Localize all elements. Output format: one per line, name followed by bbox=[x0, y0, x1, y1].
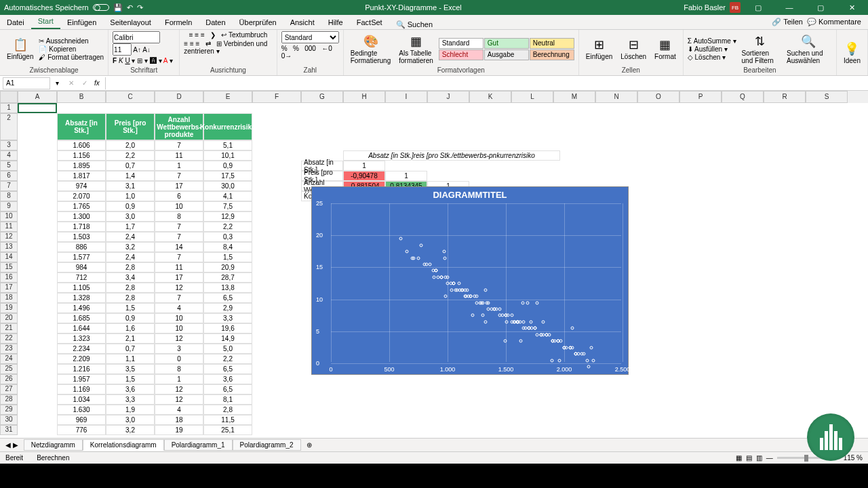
format-cells-button[interactable]: ▦Format bbox=[652, 36, 679, 62]
cell[interactable]: 8,4 bbox=[203, 242, 252, 252]
row-head[interactable]: 13 bbox=[0, 242, 18, 252]
cell[interactable]: 7 bbox=[155, 293, 203, 303]
select-all[interactable] bbox=[0, 91, 18, 103]
col-head[interactable]: G bbox=[301, 91, 343, 103]
cell[interactable]: 10 bbox=[155, 313, 203, 323]
cell[interactable]: 17 bbox=[155, 272, 203, 283]
cell[interactable]: Absatz [in Stk.] bbox=[57, 113, 106, 140]
minimize-icon[interactable]: — bbox=[776, 1, 803, 14]
style-ausgabe[interactable]: Ausgabe bbox=[484, 49, 529, 60]
cell[interactable]: 0,7 bbox=[106, 161, 155, 171]
cell[interactable]: 3,3 bbox=[203, 313, 252, 323]
cell[interactable]: 2,2 bbox=[203, 354, 252, 364]
cell[interactable]: 11 bbox=[155, 150, 203, 161]
font-size[interactable] bbox=[113, 43, 132, 56]
fx-icon[interactable]: fx bbox=[94, 79, 100, 87]
view-break-icon[interactable]: ▥ bbox=[756, 454, 762, 462]
cell[interactable]: 8,1 bbox=[203, 394, 252, 405]
cell[interactable]: 1.496 bbox=[57, 303, 106, 313]
cell[interactable]: 1.685 bbox=[57, 313, 106, 323]
cut-button[interactable]: ✂ Ausschneiden bbox=[39, 37, 104, 45]
tab-help[interactable]: Hilfe bbox=[321, 16, 350, 29]
row-head[interactable]: 12 bbox=[0, 232, 18, 242]
style-schlecht[interactable]: Schlecht bbox=[439, 49, 484, 60]
col-head[interactable]: C bbox=[106, 91, 155, 103]
row-head[interactable]: 30 bbox=[0, 415, 18, 425]
cell[interactable]: 1,9 bbox=[106, 405, 155, 415]
tab-insert[interactable]: Einfügen bbox=[60, 16, 103, 29]
col-head[interactable]: B bbox=[57, 91, 106, 103]
row-head[interactable]: 24 bbox=[0, 354, 18, 364]
row-head[interactable]: 9 bbox=[0, 201, 18, 211]
cell[interactable]: 3,0 bbox=[106, 415, 155, 425]
row-head[interactable]: 26 bbox=[0, 374, 18, 384]
row-head[interactable]: 22 bbox=[0, 333, 18, 344]
user-avatar[interactable]: FB bbox=[730, 2, 741, 13]
font-name[interactable] bbox=[113, 31, 160, 43]
cell[interactable]: 8 bbox=[155, 364, 203, 374]
cell[interactable]: 14,9 bbox=[203, 333, 252, 344]
cell[interactable]: 12 bbox=[155, 394, 203, 405]
copy-button[interactable]: 📄 Kopieren bbox=[39, 45, 104, 53]
col-head[interactable]: F bbox=[252, 91, 301, 103]
cell[interactable]: 2,8 bbox=[106, 262, 155, 272]
cell[interactable]: 3,5 bbox=[106, 364, 155, 374]
cell[interactable]: 10 bbox=[155, 323, 203, 333]
add-sheet-button[interactable]: ⊕ bbox=[301, 441, 317, 449]
row-head[interactable]: 7 bbox=[0, 181, 18, 191]
cell[interactable]: 8 bbox=[155, 211, 203, 222]
row-head[interactable]: 5 bbox=[0, 161, 18, 171]
cell[interactable]: 25,1 bbox=[203, 425, 252, 435]
cell[interactable]: 3,6 bbox=[106, 384, 155, 394]
cell[interactable]: 2,4 bbox=[106, 252, 155, 262]
cell[interactable]: 7 bbox=[155, 171, 203, 181]
cell[interactable]: 19,6 bbox=[203, 323, 252, 333]
cell[interactable]: 3 bbox=[155, 344, 203, 354]
cell[interactable]: 1.323 bbox=[57, 333, 106, 344]
cell[interactable]: 2,8 bbox=[203, 405, 252, 415]
name-box[interactable] bbox=[3, 77, 50, 89]
cell[interactable]: 1 bbox=[385, 171, 427, 181]
cell[interactable]: 7 bbox=[155, 232, 203, 242]
style-neutral[interactable]: Neutral bbox=[530, 38, 574, 49]
style-standard[interactable]: Standard bbox=[439, 38, 484, 49]
tab-home[interactable]: Start bbox=[31, 14, 60, 29]
col-head[interactable]: D bbox=[155, 91, 203, 103]
cell[interactable]: 2.070 bbox=[57, 191, 106, 201]
cell[interactable]: 1,1 bbox=[106, 354, 155, 364]
delete-cells-button[interactable]: ⊟Löschen bbox=[618, 36, 649, 62]
tab-review[interactable]: Überprüfen bbox=[233, 16, 283, 29]
close-icon[interactable]: ✕ bbox=[838, 1, 865, 14]
cell[interactable]: 1.606 bbox=[57, 140, 106, 150]
chart-plot[interactable] bbox=[331, 203, 621, 362]
row-head[interactable]: 8 bbox=[0, 191, 18, 201]
comments-button[interactable]: 💬 Kommentare bbox=[807, 18, 861, 26]
cell[interactable]: 0 bbox=[155, 354, 203, 364]
cell[interactable]: 4 bbox=[155, 303, 203, 313]
sheet-tab-korr[interactable]: Korrelationsdiagramm bbox=[83, 439, 164, 451]
cell[interactable]: 1.644 bbox=[57, 323, 106, 333]
cell[interactable]: 1.765 bbox=[57, 201, 106, 211]
col-head[interactable]: M bbox=[553, 91, 595, 103]
worksheet[interactable]: ABCDEFGHIJKLMNOPQRS 12345678910111213141… bbox=[0, 91, 868, 438]
save-icon[interactable]: 💾 bbox=[113, 3, 123, 12]
cell[interactable]: 1,7 bbox=[106, 222, 155, 232]
cell[interactable]: 2.234 bbox=[57, 344, 106, 354]
row-head[interactable]: 15 bbox=[0, 262, 18, 272]
cell[interactable]: 1.577 bbox=[57, 252, 106, 262]
cell[interactable]: 1,5 bbox=[106, 303, 155, 313]
zoom-value[interactable]: 115 % bbox=[844, 454, 863, 462]
cell[interactable]: 18 bbox=[155, 415, 203, 425]
cell[interactable]: 1,4 bbox=[106, 171, 155, 181]
cell[interactable]: 13,8 bbox=[203, 283, 252, 293]
table-format-button[interactable]: ▦Als Tabelle formatieren bbox=[396, 33, 436, 66]
cell[interactable] bbox=[18, 103, 57, 113]
cell[interactable]: 4,1 bbox=[203, 191, 252, 201]
row-head[interactable]: 29 bbox=[0, 405, 18, 415]
cell[interactable]: 0,9 bbox=[106, 201, 155, 211]
col-head[interactable]: O bbox=[637, 91, 679, 103]
cell[interactable]: 6,5 bbox=[203, 364, 252, 374]
format-painter-button[interactable]: 🖌 Format übertragen bbox=[39, 54, 104, 61]
cell[interactable]: Preis [pro Stk.] bbox=[106, 113, 155, 140]
number-buttons[interactable]: % % 000 ←0 0→ bbox=[281, 45, 339, 60]
